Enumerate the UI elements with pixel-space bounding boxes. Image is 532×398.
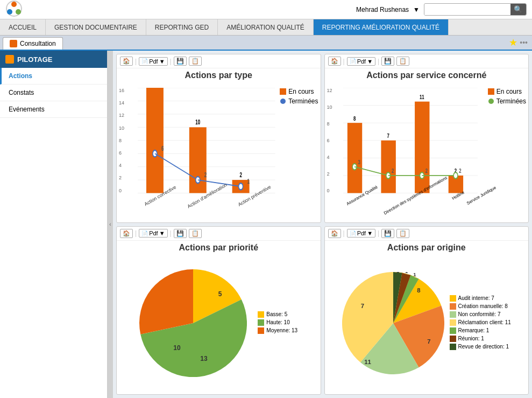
chart4-home-btn[interactable]: 🏠 xyxy=(328,229,341,238)
copy-icon3: 📋 xyxy=(191,230,199,237)
svg-point-51 xyxy=(453,172,458,179)
content-area: 🏠 | 📄 Pdf ▼ | 💾 📋 Actions par type 0 2 xyxy=(113,51,532,398)
pdf-icon3: 📄 xyxy=(141,231,148,236)
dropdown-arrow[interactable]: ▼ xyxy=(413,6,420,13)
chart4-pdf-label: Pdf xyxy=(357,230,366,236)
nav-reporting-ged[interactable]: REPORTING GED xyxy=(146,19,218,35)
chart4-title: Actions par origine xyxy=(327,243,527,253)
chart3-pdf-btn[interactable]: 📄 Pdf ▼ xyxy=(139,229,167,238)
tab-consultation[interactable]: Consultation xyxy=(3,37,63,50)
chart4-legend-remarque-label: Remarque: 1 xyxy=(458,327,490,333)
chart2-title: Actions par service concerné xyxy=(327,71,527,80)
dots-icon[interactable]: ••• xyxy=(520,38,528,47)
chart1-title: Actions par type xyxy=(119,71,318,80)
chart2-pdf-btn[interactable]: 📄 Pdf ▼ xyxy=(347,57,375,66)
chart3-legend-basse: Basse: 5 xyxy=(258,311,297,318)
user-name: Mehrad Rushenas xyxy=(356,6,409,13)
chart4-legend-revue: Revue de direction: 1 xyxy=(450,344,511,350)
chart2-legend-en-cours: En cours xyxy=(488,88,526,95)
chart1-pdf-arrow: ▼ xyxy=(159,58,165,65)
logo xyxy=(5,0,23,19)
nav-reporting-amelioration[interactable]: REPORTING AMÉLIORATION QUALITÉ xyxy=(314,19,449,35)
chart1-svg: 16 10 2 6 2 xyxy=(138,88,275,193)
svg-rect-38 xyxy=(415,102,429,193)
chart2-copy-btn[interactable]: 📋 xyxy=(396,57,409,66)
pilotage-icon xyxy=(5,55,14,64)
chart1-save-btn[interactable]: 💾 xyxy=(174,57,187,66)
pdf-icon: 📄 xyxy=(141,58,148,64)
top-action-icons: ★ ••• xyxy=(509,37,528,48)
chart2-save-btn[interactable]: 💾 xyxy=(381,57,394,66)
pdf-icon4: 📄 xyxy=(350,231,356,236)
search-bar: 🔍 xyxy=(424,3,527,16)
chart4-save-btn[interactable]: 💾 xyxy=(381,229,394,238)
chart1-home-btn[interactable]: 🏠 xyxy=(120,57,133,66)
sidebar: PILOTAGE Actions Constats Evénements xyxy=(0,51,108,398)
sidebar-item-constats[interactable]: Constats xyxy=(0,85,107,101)
legend-terminees-dot xyxy=(280,99,286,104)
chart3-pie: 5 10 13 xyxy=(139,269,247,377)
chart4-pdf-btn[interactable]: 📄 Pdf ▼ xyxy=(347,229,375,238)
chart4-legend-reunion-label: Réunion: 1 xyxy=(458,336,484,341)
chart-actions-par-service: 🏠 | 📄 Pdf ▼ | 💾 📋 Actions par service co… xyxy=(324,54,529,223)
star-icon[interactable]: ★ xyxy=(509,37,517,48)
save-icon3: 💾 xyxy=(176,230,184,237)
chart2-body: Actions par service concerné 0 2 4 6 8 1… xyxy=(325,68,529,222)
chart3-copy-btn[interactable]: 📋 xyxy=(189,229,202,238)
chart-actions-par-type: 🏠 | 📄 Pdf ▼ | 💾 📋 Actions par type 0 2 xyxy=(116,54,321,223)
svg-text:2: 2 xyxy=(239,172,242,179)
chart3-legend-haute-label: Haute: 10 xyxy=(266,319,289,325)
legend-terminees-label: Terminées xyxy=(288,97,318,105)
svg-rect-34 xyxy=(347,123,361,193)
save-icon2: 💾 xyxy=(384,58,392,65)
home-icon4: 🏠 xyxy=(331,230,338,237)
legend-terminees: Terminées xyxy=(280,97,318,105)
search-button[interactable]: 🔍 xyxy=(510,4,526,15)
search-input[interactable] xyxy=(424,4,510,15)
sidebar-collapse[interactable]: ‹ xyxy=(108,51,113,398)
legend-en-cours: En cours xyxy=(280,88,318,95)
nav-accueil[interactable]: ACCUEIL xyxy=(0,19,46,35)
svg-text:2: 2 xyxy=(425,167,428,174)
chart3-save-btn[interactable]: 💾 xyxy=(174,229,187,238)
svg-text:10: 10 xyxy=(195,119,200,126)
sidebar-item-evenements[interactable]: Evénements xyxy=(0,101,107,118)
top-bar: Mehrad Rushenas ▼ 🔍 xyxy=(0,0,532,19)
chart1-x-labels: Action corrective Action d'amélioration … xyxy=(138,193,275,220)
tab-bar: Consultation ★ ••• xyxy=(0,36,532,51)
chart4-toolbar: 🏠 | 📄 Pdf ▼ | 💾 📋 xyxy=(325,227,529,241)
chart2-legend-terminees-label: Terminées xyxy=(496,97,526,105)
pdf-icon2: 📄 xyxy=(350,58,356,64)
chart2-toolbar: 🏠 | 📄 Pdf ▼ | 💾 📋 xyxy=(325,54,529,68)
svg-text:1: 1 xyxy=(413,272,416,277)
chart1-pdf-btn[interactable]: 📄 Pdf ▼ xyxy=(139,57,167,66)
chart4-legend-nonconf: Non conformité: 7 xyxy=(450,311,511,318)
sidebar-header: PILOTAGE xyxy=(0,51,107,68)
nav-amelioration[interactable]: AMÉLIORATION QUALITÉ xyxy=(218,19,313,35)
svg-text:8: 8 xyxy=(353,115,356,122)
chart4-legend-reclamation: Réclamation client: 11 xyxy=(450,319,511,326)
sidebar-title: PILOTAGE xyxy=(17,55,52,64)
chart2-legend-en-cours-label: En cours xyxy=(496,88,522,95)
copy-icon2: 📋 xyxy=(399,58,407,65)
svg-point-3 xyxy=(16,9,21,15)
chart4-pie: 8 7 11 7 1 1 1 xyxy=(342,272,444,374)
chart2-home-btn[interactable]: 🏠 xyxy=(328,57,341,66)
chart4-legend-remarque: Remarque: 1 xyxy=(450,327,511,334)
chart1-y-axis: 0 2 4 6 8 10 12 14 16 xyxy=(119,88,124,193)
sidebar-item-actions[interactable]: Actions xyxy=(0,68,107,85)
chart4-body: Actions par origine xyxy=(325,241,529,395)
chart1-legend: En cours Terminées xyxy=(280,88,318,105)
svg-text:7: 7 xyxy=(387,132,389,139)
chart3-home-btn[interactable]: 🏠 xyxy=(120,229,133,238)
chart3-legend: Basse: 5 Haute: 10 Moyenne: 13 xyxy=(258,311,297,336)
chart3-pdf-label: Pdf xyxy=(149,230,158,236)
tab-label: Consultation xyxy=(20,40,56,47)
chart1-copy-btn[interactable]: 📋 xyxy=(189,57,202,66)
svg-point-2 xyxy=(7,9,12,15)
legend-en-cours-label: En cours xyxy=(288,88,314,95)
chart2-x-labels: Assurance Qualité Direction des systèmes… xyxy=(343,193,478,220)
nav-gestion[interactable]: GESTION DOCUMENTAIRE xyxy=(46,19,146,35)
chart4-copy-btn[interactable]: 📋 xyxy=(396,229,409,238)
chart1-body: Actions par type 0 2 4 6 8 10 12 14 16 xyxy=(117,68,321,222)
